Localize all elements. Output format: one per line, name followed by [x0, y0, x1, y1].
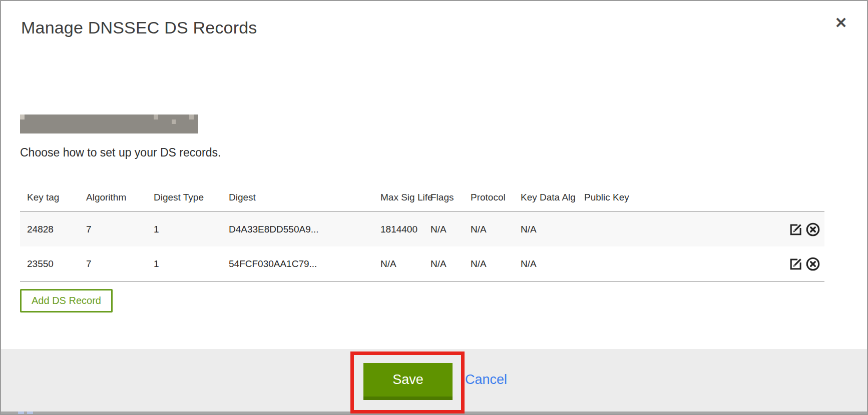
col-header-key-data-alg: Key Data Alg: [514, 187, 577, 212]
cell-max-sig-life: 1814400: [373, 212, 423, 246]
cell-key-tag: 23550: [20, 246, 79, 282]
col-header-actions: [727, 187, 824, 212]
delete-record-button[interactable]: [805, 256, 821, 272]
table-row: 23550 7 1 54FCF030AA1C79... N/A N/A N/A …: [20, 246, 824, 282]
cell-key-data-alg: N/A: [514, 212, 577, 246]
table-header-row: Key tag Algorithm Digest Type Digest Max…: [20, 187, 824, 212]
edit-icon: [788, 256, 804, 272]
cell-max-sig-life: N/A: [373, 246, 423, 282]
cell-key-data-alg: N/A: [514, 246, 577, 282]
cancel-link[interactable]: Cancel: [465, 372, 507, 388]
cell-flags: N/A: [423, 212, 464, 246]
cell-digest-type: 1: [147, 212, 222, 246]
cell-algorithm: 7: [79, 212, 147, 246]
col-header-max-sig-life: Max Sig Life: [373, 187, 423, 212]
edit-record-button[interactable]: [788, 256, 804, 272]
table-row: 24828 7 1 D4A33E8DD550A9... 1814400 N/A …: [20, 212, 824, 246]
background-page-fragment: [18, 412, 35, 414]
col-header-public-key: Public Key: [577, 187, 727, 212]
cell-actions: [727, 212, 824, 246]
delete-icon: [805, 222, 821, 237]
redacted-domain-name: [20, 114, 198, 134]
cell-digest: 54FCF030AA1C79...: [222, 246, 373, 282]
cell-digest: D4A33E8DD550A9...: [222, 212, 373, 246]
cell-flags: N/A: [423, 246, 464, 282]
edit-icon: [788, 222, 804, 237]
col-header-key-tag: Key tag: [20, 187, 79, 212]
dialog-title: Manage DNSSEC DS Records: [21, 18, 257, 38]
close-button[interactable]: ✕: [830, 12, 852, 34]
cell-public-key: [577, 246, 727, 282]
close-icon: ✕: [834, 16, 847, 30]
edit-record-button[interactable]: [788, 222, 804, 238]
col-header-protocol: Protocol: [464, 187, 514, 212]
cell-key-tag: 24828: [20, 212, 79, 246]
col-header-digest: Digest: [222, 187, 373, 212]
cell-protocol: N/A: [464, 246, 514, 282]
cell-actions: [727, 246, 824, 282]
delete-icon: [805, 256, 821, 272]
ds-records-table: Key tag Algorithm Digest Type Digest Max…: [20, 187, 824, 282]
instruction-text: Choose how to set up your DS records.: [20, 146, 221, 160]
cell-algorithm: 7: [79, 246, 147, 282]
col-header-digest-type: Digest Type: [147, 187, 222, 212]
cell-digest-type: 1: [147, 246, 222, 282]
add-ds-record-button[interactable]: Add DS Record: [20, 289, 113, 312]
save-button[interactable]: Save: [363, 363, 453, 400]
cell-protocol: N/A: [464, 212, 514, 246]
col-header-algorithm: Algorithm: [79, 187, 147, 212]
manage-dnssec-dialog: Manage DNSSEC DS Records ✕ Choose how to…: [0, 0, 868, 415]
delete-record-button[interactable]: [805, 222, 821, 238]
cell-public-key: [577, 212, 727, 246]
